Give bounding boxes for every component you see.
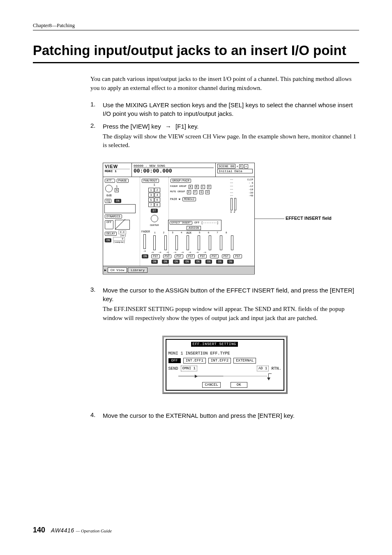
step-instruction: Move the cursor to the ASSIGN button of … [103,286,359,303]
dynamics-off-button: OFF [105,220,113,229]
ok-button: OK [231,382,247,388]
st-button: ST [151,209,157,213]
step-3: 3. Move the cursor to the ASSIGN button … [90,286,359,330]
timecode: 00:00:00.000 [134,168,214,174]
att-label: ATT. [105,179,115,183]
pan-knob [151,215,158,222]
arrow-icon: → [165,122,171,131]
step-instruction: Use the MIXING LAYER section keys and th… [103,101,359,118]
center-label: CENTER [141,224,167,227]
step-number: 4. [90,411,103,421]
delay-ms: [ms] [118,234,126,237]
page-number: 140 [33,526,45,534]
eq-graph [104,204,136,213]
step-description: The display will show the VIEW screen CH… [103,132,359,150]
main-title: Patching input/output jacks to an insert… [33,42,359,59]
figure-tabs: ▶ CH View Library [103,266,254,274]
signal-flow-arrow [168,373,281,378]
figure-1-container: VIEW MONI 1 00000 - NEW SONG 00:00:00.00… [103,163,359,274]
view-label: VIEW [105,164,130,169]
save-icon: ▪ [244,164,248,168]
chapter-header: Chapter8—Patching [33,23,359,30]
insert-off: OFF [--------] [194,221,219,224]
pair-label: PAIR [170,198,177,201]
rtn-label: RTN. [271,366,281,371]
intro-paragraph: You can patch various input/output jacks… [90,75,359,92]
guide-text: — Operation Guide [76,528,112,533]
product-name: AW4416 [51,527,74,534]
delay-value: 0.0 [118,230,126,234]
delay-sample: [sample] [113,241,125,244]
step-4: 4. Move the cursor to the EXTERNAL butto… [90,411,359,421]
phase-n-icon: N [115,188,119,192]
off-button: OFF [168,358,181,363]
int-eff2-button: INT.EFF2 [208,358,231,364]
step-instruction: Press the [VIEW] key → [F1] key. [103,122,359,131]
effect-insert-field: EFFECT INSERT OFF [--------] ASSIGN [168,220,221,231]
att-knob [105,185,113,192]
callout-label: EFFECT INSERT field [286,215,332,221]
routing-grid: 12 34 56 78 [148,188,161,207]
ch-view-tab: CH View [108,267,127,273]
effect-insert-label: EFFECT INSERT [170,221,192,225]
content-area: You can patch various input/output jacks… [90,75,359,421]
aux-fader-area: 1234 AUX 5678 -∞-∞-∞-∞ -∞-∞-∞-∞ PSTPSTPS… [142,231,253,264]
view-screen-figure: VIEW MONI 1 00000 - NEW SONG 00:00:00.00… [103,163,255,274]
fader-group-label: FADER GROUP [170,185,187,189]
delay-label: DELAY [105,232,117,236]
step-number: 2. [90,122,103,157]
mute-group-label: MUTE GROUP [170,190,185,194]
meter-nums: 1 2 [230,210,253,214]
callout-line [255,219,284,219]
song-name: 00000 - NEW SONG [134,164,214,168]
dynamics-label: DYNAMICS [105,214,122,219]
scene-number: SCENE 00 [217,164,235,168]
step-1: 1. Use the MIXING LAYER section keys and… [90,101,359,120]
phase-label: PHASE [117,179,129,183]
external-button: EXTERNAL [233,358,256,364]
instruction-post: [F1] key. [174,123,199,130]
eq-label: EQ [105,199,111,203]
eq-on-button: ON [114,199,121,203]
pan-rout-label: PAN/ROUT [142,179,159,183]
dynamics-graph [115,220,130,230]
step-2: 2. Press the [VIEW] key → [F1] key. The … [90,122,359,157]
att-value: 0dB [106,194,138,197]
assign-button: ASSIGN [187,226,201,230]
step-number: 1. [90,101,103,120]
step-instruction: Move the cursor to the EXTERNAL button a… [103,411,359,420]
channel-row: MONI 1 INSERTION EFF.TYPE [168,351,281,356]
int-eff1-button: INT.EFF1 [183,358,206,364]
instruction-pre: Press the [VIEW] key [103,123,163,130]
moni-label: MONI 1 [105,169,130,173]
send-label: SEND [168,366,178,371]
eff-insert-popup-figure: EFF.INSERT SETTING MONI 1 INSERTION EFF.… [162,336,288,394]
rtn-value: AD 1 [257,366,269,371]
group-pair-label: GROUP/PAIR [171,179,191,183]
mono-button: MONOx2 [182,197,196,201]
popup-title: EFF.INSERT SETTING [191,342,238,347]
send-value: OMNI 1 [181,366,197,371]
step-number: 3. [90,286,103,330]
title-underline [33,62,359,63]
delay-on-button: ON [105,238,111,242]
cancel-button: CANCEL [202,382,220,388]
step-description: The EFF.INSERT SETTING popup window will… [103,305,359,322]
meter-area: ┄┄CLIP ┄┄- 6 ┄┄-12 ┄┄-18 ┄┄-30 ┄┄-48 1 2 [230,178,253,214]
scene-name: Initial Data [217,169,253,173]
page-footer: 140 AW4416 — Operation Guide [33,526,112,534]
e-badge: E [239,164,243,168]
library-tab: Library [128,267,148,273]
